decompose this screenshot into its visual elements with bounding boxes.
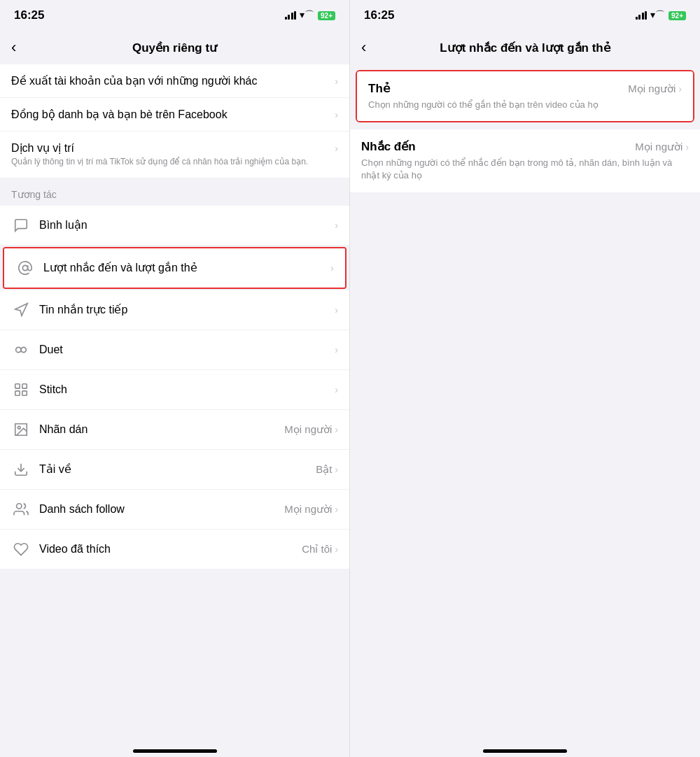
menu-item-duet[interactable]: Duet › xyxy=(0,330,349,370)
nhac-den-value: Mọi người xyxy=(635,141,682,153)
right-back-button[interactable]: ‹ xyxy=(361,38,366,57)
menu-item-stitch[interactable]: Stitch › xyxy=(0,370,349,410)
nhac-den-desc: Chọn những người có thể nhắc đến bạn tro… xyxy=(361,157,689,182)
svg-point-10 xyxy=(17,504,22,509)
right-nav-header: ‹ Lượt nhắc đến và lượt gắn thẻ xyxy=(350,31,700,64)
at-icon xyxy=(15,258,35,278)
left-battery: 92+ xyxy=(318,11,335,20)
right-panel: 16:25 ▾⌒ 92+ ‹ Lượt nhắc đến và lượt gắn… xyxy=(350,0,700,757)
nhac-den-item[interactable]: Nhắc đến Mọi người › Chọn những người có… xyxy=(350,129,700,192)
de-xuat-chevron: › xyxy=(335,76,338,87)
svg-point-3 xyxy=(21,347,26,352)
tin-nhan-title: Tin nhắn trực tiếp xyxy=(39,303,335,316)
right-content: Thẻ Mọi người › Chọn những người có thể … xyxy=(350,64,700,736)
tai-ve-value: Bật xyxy=(316,463,332,476)
stitch-title: Stitch xyxy=(39,383,335,396)
nhac-den-card: Nhắc đến Mọi người › Chọn những người có… xyxy=(350,129,700,192)
the-value: Mọi người xyxy=(628,83,676,95)
menu-item-tai-ve[interactable]: Tải về Bật › xyxy=(0,450,349,490)
left-content: Đề xuất tài khoản của bạn với những ngườ… xyxy=(0,64,349,736)
comment-icon xyxy=(11,215,31,235)
danh-sach-value: Mọi người xyxy=(284,503,332,516)
danh-sach-chevron: › xyxy=(335,504,338,515)
right-home-bar xyxy=(483,749,567,753)
tin-nhan-chevron: › xyxy=(335,304,338,316)
right-time: 16:25 xyxy=(364,8,394,22)
sticker-icon xyxy=(11,420,31,439)
left-top-section: Đề xuất tài khoản của bạn với những ngườ… xyxy=(0,64,349,178)
svg-point-0 xyxy=(22,265,27,270)
right-status-bar: 16:25 ▾⌒ 92+ xyxy=(350,0,700,31)
tai-ve-chevron: › xyxy=(335,464,338,475)
left-home-indicator xyxy=(0,736,349,757)
the-item[interactable]: Thẻ Mọi người › Chọn những người có thể … xyxy=(357,71,693,121)
danh-sach-title: Danh sách follow xyxy=(39,503,284,516)
left-status-icons: ▾⌒ 92+ xyxy=(285,9,335,22)
the-highlight-card: Thẻ Mọi người › Chọn những người có thể … xyxy=(356,70,694,122)
menu-item-tin-nhan[interactable]: Tin nhắn trực tiếp › xyxy=(0,290,349,330)
dich-vu-subtitle: Quản lý thông tin vị trí mà TikTok sử dụ… xyxy=(11,156,335,168)
svg-rect-5 xyxy=(22,384,27,388)
menu-item-de-xuat[interactable]: Đề xuất tài khoản của bạn với những ngườ… xyxy=(0,64,349,98)
menu-item-danh-sach[interactable]: Danh sách follow Mọi người › xyxy=(0,490,349,530)
menu-item-luot-nhac[interactable]: Lượt nhắc đến và lượt gắn thẻ › xyxy=(4,248,345,288)
left-nav-header: ‹ Quyền riêng tư xyxy=(0,31,349,64)
tuong-tac-label: Tương tác xyxy=(0,178,349,206)
left-back-button[interactable]: ‹ xyxy=(11,38,16,57)
luot-nhac-title: Lượt nhắc đến và lượt gắn thẻ xyxy=(43,261,330,274)
duet-icon xyxy=(11,340,31,360)
right-wifi-icon: ▾⌒ xyxy=(650,9,665,22)
follow-icon xyxy=(11,500,31,519)
menu-item-binh-luan[interactable]: Bình luận › xyxy=(0,206,349,246)
svg-rect-4 xyxy=(15,384,20,388)
menu-item-video-thich[interactable]: Video đã thích Chỉ tôi › xyxy=(0,530,349,569)
menu-item-nhan-dan[interactable]: Nhãn dán Mọi người › xyxy=(0,410,349,450)
duet-chevron: › xyxy=(335,344,338,355)
tai-ve-title: Tải về xyxy=(39,462,316,476)
nhac-den-chevron: › xyxy=(685,141,689,153)
video-thich-title: Video đã thích xyxy=(39,543,302,556)
message-icon xyxy=(11,300,31,320)
svg-rect-6 xyxy=(15,391,20,395)
nhan-dan-value: Mọi người xyxy=(284,423,332,436)
menu-item-dong-bo[interactable]: Đồng bộ danh bạ và bạn bè trên Facebook … xyxy=(0,98,349,132)
svg-marker-1 xyxy=(15,304,27,316)
nhan-dan-chevron: › xyxy=(335,424,338,435)
binh-luan-chevron: › xyxy=(335,220,338,231)
svg-point-2 xyxy=(16,347,21,352)
left-wifi-icon: ▾⌒ xyxy=(300,9,314,22)
the-chevron: › xyxy=(678,83,682,94)
dich-vu-title: Dịch vụ vị trí xyxy=(11,141,335,155)
binh-luan-title: Bình luận xyxy=(39,218,335,232)
left-page-title: Quyền riêng tư xyxy=(132,41,217,55)
highlight-luot-nhac[interactable]: Lượt nhắc đến và lượt gắn thẻ › xyxy=(3,247,346,289)
interaction-section: Bình luận › xyxy=(0,206,349,569)
svg-point-8 xyxy=(18,426,20,429)
left-home-bar xyxy=(133,749,217,753)
the-title: Thẻ xyxy=(368,81,390,96)
right-status-icons: ▾⌒ 92+ xyxy=(636,9,686,22)
dong-bo-title: Đồng bộ danh bạ và bạn bè trên Facebook xyxy=(11,108,335,121)
left-status-bar: 16:25 ▾⌒ 92+ xyxy=(0,0,349,31)
luot-nhac-chevron: › xyxy=(330,262,334,274)
video-thich-value: Chỉ tôi xyxy=(302,543,332,556)
menu-item-dich-vu[interactable]: Dịch vụ vị trí Quản lý thông tin vị trí … xyxy=(0,132,349,178)
nhac-den-title: Nhắc đến xyxy=(361,139,416,154)
de-xuat-title: Đề xuất tài khoản của bạn với những ngườ… xyxy=(11,74,335,87)
right-home-indicator xyxy=(350,736,700,757)
right-page-title: Lượt nhắc đến và lượt gắn thẻ xyxy=(440,41,610,55)
duet-title: Duet xyxy=(39,344,335,356)
video-thich-chevron: › xyxy=(335,544,338,555)
stitch-icon xyxy=(11,380,31,399)
right-battery: 92+ xyxy=(668,11,686,20)
the-desc: Chọn những người có thể gắn thẻ bạn trên… xyxy=(368,99,682,111)
nhan-dan-title: Nhãn dán xyxy=(39,423,284,436)
left-panel: 16:25 ▾⌒ 92+ ‹ Quyền riêng tư Đề xuất tà… xyxy=(0,0,350,757)
dong-bo-chevron: › xyxy=(335,109,338,120)
highlighted-card-wrapper: Thẻ Mọi người › Chọn những người có thể … xyxy=(350,64,700,122)
dich-vu-chevron: › xyxy=(335,143,338,154)
heart-icon xyxy=(11,539,31,559)
right-signal-icon xyxy=(636,11,648,20)
left-time: 16:25 xyxy=(14,8,44,22)
svg-rect-7 xyxy=(22,391,27,395)
